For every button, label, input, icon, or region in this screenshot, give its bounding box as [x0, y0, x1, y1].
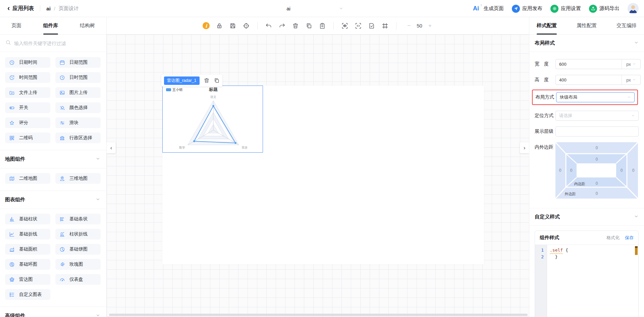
component-item-图片上传[interactable]: 图片上传 — [55, 87, 101, 98]
width-input[interactable] — [556, 62, 622, 67]
zoom-in-button[interactable]: + — [427, 22, 433, 29]
copy-component-icon[interactable] — [214, 77, 220, 84]
star-icon — [9, 120, 15, 126]
group-header-地图组件[interactable]: 地图组件 — [0, 150, 106, 168]
component-item-开关[interactable]: 开关 — [5, 102, 50, 113]
publish-icon — [512, 5, 520, 13]
format-button[interactable]: 格式化 — [606, 235, 620, 241]
svg-text:0: 0 — [632, 168, 635, 173]
component-item-颜色选择[interactable]: 颜色选择 — [55, 102, 101, 113]
redo-button[interactable] — [278, 22, 286, 30]
save-style-button[interactable]: 保存 — [625, 235, 634, 241]
component-item-基础柱状[interactable]: 基础柱状 — [5, 214, 50, 224]
component-item-基础饼图[interactable]: 基础饼图 — [55, 244, 101, 255]
avatar[interactable] — [628, 3, 639, 14]
css-code-editor[interactable]: 12 .self { } — [535, 245, 638, 317]
editor-code-area[interactable]: .self { } — [547, 245, 638, 317]
component-item-基础面积[interactable]: 基础面积 — [5, 244, 50, 255]
component-groups: 日期时间日期范围时间范围日时范围文件上传图片上传开关颜色选择评分滑块二维码行政区… — [0, 52, 106, 317]
component-search[interactable] — [0, 35, 106, 52]
canvas-grid[interactable]: 语文英语数学标题王小明 雷达图_radar_1 ‹ › — [107, 35, 529, 317]
component-item-仪表盘[interactable]: 仪表盘 — [55, 274, 101, 285]
z-index-field: 展示层级 — [535, 126, 639, 137]
component-item-二维地图[interactable]: 二维地图 — [5, 173, 50, 184]
width-label: 宽 度 — [535, 61, 555, 67]
height-unit-select[interactable]: px — [622, 75, 640, 85]
app-publish-button[interactable]: 应用发布 — [512, 5, 542, 13]
sidebar-tab-页面[interactable]: 页面 — [11, 17, 21, 35]
component-item-日时范围[interactable]: 日时范围 — [55, 72, 101, 83]
width-unit-select[interactable]: px — [622, 59, 640, 69]
inspector-tab-样式配置[interactable]: 样式配置 — [537, 17, 557, 35]
radar-component[interactable]: 语文英语数学标题王小明 — [162, 86, 263, 153]
component-item-雷达图[interactable]: 雷达图 — [5, 274, 50, 285]
page-select[interactable]: ai — [231, 0, 345, 17]
locate-button[interactable] — [243, 22, 250, 30]
component-name-chip[interactable]: 雷达图_radar_1 — [164, 76, 200, 85]
zoom-out-button[interactable]: − — [406, 22, 412, 29]
generate-page-button[interactable]: Ai↑生成页面 — [473, 5, 504, 12]
component-item-时间范围[interactable]: 时间范围 — [5, 72, 50, 83]
height-label: 高 度 — [535, 77, 555, 83]
app-settings-button[interactable]: 应用设置 — [550, 5, 581, 13]
source-export-label: 源码导出 — [599, 5, 620, 12]
save-button[interactable] — [229, 22, 236, 30]
component-item-滑块[interactable]: 滑块 — [55, 117, 101, 128]
height-input[interactable] — [556, 77, 622, 83]
info-button[interactable]: i — [203, 22, 210, 29]
component-item-自定义图表[interactable]: 自定义图表 — [5, 289, 50, 300]
component-item-基础环图[interactable]: 基础环图 — [5, 259, 50, 270]
layout-style-section-header[interactable]: 布局样式 — [529, 35, 644, 52]
horizontal-scrollbar[interactable] — [109, 314, 528, 316]
inspector-tab-交互编排[interactable]: 交互编排 — [616, 17, 637, 35]
design-page[interactable]: 语文英语数学标题王小明 — [162, 86, 484, 264]
component-item-三维地图[interactable]: 三维地图 — [55, 173, 101, 184]
layout-mode-select[interactable]: 块级布局 — [556, 92, 635, 102]
source-export-button[interactable]: 源码导出 — [589, 5, 620, 13]
collapse-right-panel-button[interactable]: › — [520, 142, 529, 153]
search-input[interactable] — [14, 41, 101, 46]
source-code-button[interactable] — [355, 22, 362, 30]
component-item-二维码[interactable]: 二维码 — [5, 133, 50, 143]
component-item-柱状折线[interactable]: 柱状折线 — [55, 229, 101, 240]
position-mode-select[interactable]: 请选择 — [555, 111, 639, 121]
breadcrumb-app[interactable]: ai — [46, 6, 51, 11]
chart-rose-icon — [59, 262, 65, 267]
component-item-基础折线[interactable]: 基础折线 — [5, 229, 50, 240]
delete-button[interactable] — [292, 22, 299, 30]
group-header-图表组件[interactable]: 图表组件 — [0, 191, 106, 209]
component-item-行政区选择[interactable]: 行政区选择 — [55, 133, 101, 143]
code-line-1: .self { — [550, 247, 636, 254]
undo-button[interactable] — [265, 22, 272, 30]
custom-style-section-header[interactable]: 自定义样式 — [529, 208, 644, 226]
chevron-down-icon — [96, 313, 100, 317]
component-item-评分[interactable]: 评分 — [5, 117, 50, 128]
collapse-left-panel-button[interactable]: ‹ — [107, 142, 116, 153]
copy-button[interactable] — [305, 22, 313, 30]
chevron-down-icon — [634, 214, 639, 220]
back-button[interactable]: ‹ 应用列表 — [7, 5, 34, 12]
component-item-label: 文件上传 — [19, 90, 37, 96]
delete-component-icon[interactable] — [204, 77, 210, 84]
sidebar-tab-结构树[interactable]: 结构树 — [80, 17, 95, 35]
frame-button[interactable] — [381, 22, 389, 30]
svg-text:王小明: 王小明 — [172, 88, 182, 92]
inspector-tab-属性配置[interactable]: 属性配置 — [577, 17, 597, 35]
component-item-label: 基础柱状 — [19, 216, 37, 222]
component-item-label: 玫瑰图 — [69, 261, 83, 267]
box-model-widget[interactable]: 00000000内边距外边距 — [555, 142, 639, 199]
component-item-label: 仪表盘 — [69, 276, 83, 282]
paste-button[interactable] — [319, 22, 326, 30]
lock-button[interactable] — [216, 22, 223, 30]
app-publish-label: 应用发布 — [522, 5, 542, 12]
component-item-基础条状[interactable]: 基础条状 — [55, 214, 101, 224]
validate-button[interactable] — [368, 22, 375, 30]
group-header-高级组件[interactable]: 高级组件 — [0, 307, 106, 317]
component-item-文件上传[interactable]: 文件上传 — [5, 87, 50, 98]
component-item-日期范围[interactable]: 日期范围 — [55, 57, 101, 68]
component-item-日期时间[interactable]: 日期时间 — [5, 57, 50, 68]
preview-button[interactable] — [341, 22, 348, 30]
z-index-input[interactable] — [556, 129, 638, 134]
component-item-玫瑰图[interactable]: 玫瑰图 — [55, 259, 101, 270]
sidebar-tab-组件库[interactable]: 组件库 — [43, 17, 58, 35]
